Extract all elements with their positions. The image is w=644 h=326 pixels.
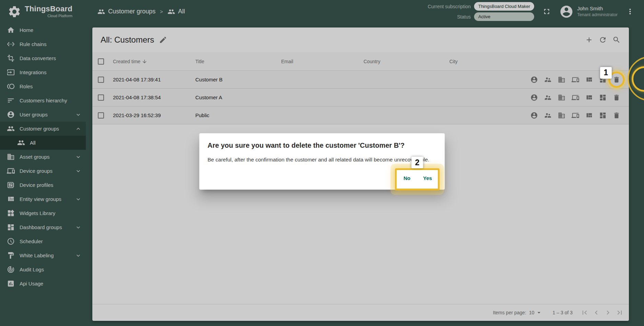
dialog-title: Are you sure you want to delete the cust… <box>208 142 437 149</box>
dialog-buttons: No Yes 2 <box>398 172 437 184</box>
dialog-message: Be careful, after the confirmation the c… <box>208 157 437 163</box>
dialog-no-button[interactable]: No <box>398 172 416 184</box>
delete-confirm-dialog: Are you sure you want to delete the cust… <box>199 133 445 190</box>
dialog-yes-button[interactable]: Yes <box>419 172 437 184</box>
